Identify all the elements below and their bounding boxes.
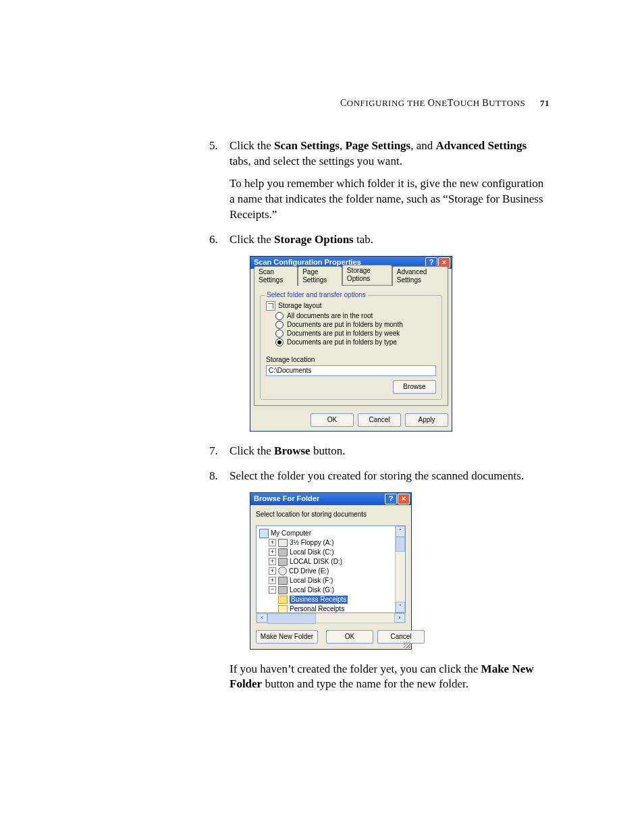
step-7: 7. Click the Browse button. — [209, 444, 550, 459]
folder-icon — [278, 605, 288, 613]
closing-paragraph: If you haven’t created the folder yet, y… — [230, 662, 550, 693]
scroll-thumb[interactable] — [267, 613, 316, 624]
step-6: 6. Click the Storage Options tab. Scan C… — [209, 232, 550, 432]
step-8: 8. Select the folder you created for sto… — [209, 469, 550, 693]
drive-icon — [278, 577, 288, 585]
scan-config-properties-dialog: Scan Configuration Properties ? × Scan S… — [250, 256, 452, 432]
horizontal-scrollbar[interactable]: ‹ › — [256, 613, 406, 623]
dialog-title: Browse For Folder — [254, 494, 319, 503]
page: CONFIGURING THE ONETOUCH BUTTONS 71 5. C… — [0, 0, 644, 834]
my-computer-icon — [259, 529, 269, 538]
storage-layout-icon — [266, 301, 275, 311]
step-5-text: Click the Scan Settings, Page Settings, … — [230, 139, 527, 167]
scroll-down-icon[interactable]: ˅ — [396, 602, 405, 613]
storage-layout-label: Storage layout — [278, 302, 322, 310]
group-legend: Select folder and transfer options — [265, 291, 368, 299]
radio-week[interactable]: Documents are put in folders by week — [275, 330, 436, 338]
step-5: 5. Click the Scan Settings, Page Setting… — [209, 138, 550, 223]
section-title: CONFIGURING THE ONETOUCH BUTTONS — [340, 98, 525, 108]
vertical-scrollbar[interactable]: ˄ ˅ — [395, 526, 405, 613]
scroll-right-icon[interactable]: › — [394, 613, 405, 623]
radio-month[interactable]: Documents are put in folders by month — [275, 321, 436, 329]
expand-icon[interactable]: + — [269, 558, 276, 565]
cancel-button[interactable]: Cancel — [358, 413, 401, 427]
folder-icon — [278, 596, 288, 604]
tab-advanced-settings[interactable]: Advanced Settings — [392, 266, 448, 286]
scroll-thumb[interactable] — [396, 537, 405, 552]
storage-path-input[interactable]: C:\Documents — [266, 365, 436, 376]
scroll-left-icon[interactable]: ‹ — [257, 613, 267, 623]
radio-type[interactable]: Documents are put in folders by type — [275, 338, 436, 346]
browse-button[interactable]: Browse — [393, 380, 436, 394]
selected-folder[interactable]: Business Receipts — [290, 596, 348, 604]
cancel-button[interactable]: Cancel — [377, 630, 425, 644]
browse-for-folder-dialog: Browse For Folder ? × Select location fo… — [250, 492, 412, 650]
step-8-text: Select the folder you created for storin… — [230, 469, 524, 482]
make-new-folder-button[interactable]: Make New Folder — [256, 630, 318, 644]
tab-storage-options[interactable]: Storage Options — [342, 265, 392, 285]
close-icon[interactable]: × — [398, 494, 410, 504]
dialog-subtitle: Select location for storing documents — [256, 511, 406, 519]
ok-button[interactable]: OK — [326, 630, 373, 644]
drive-icon — [278, 586, 288, 594]
ok-button[interactable]: OK — [311, 413, 354, 427]
floppy-icon — [278, 539, 288, 547]
content: 5. Click the Scan Settings, Page Setting… — [209, 138, 550, 702]
drive-icon — [278, 548, 288, 556]
tab-scan-settings[interactable]: Scan Settings — [254, 266, 298, 286]
expand-icon[interactable]: + — [269, 548, 276, 556]
expand-icon[interactable]: + — [269, 539, 276, 546]
cd-icon — [278, 567, 287, 575]
help-icon[interactable]: ? — [385, 494, 397, 504]
scroll-up-icon[interactable]: ˄ — [396, 526, 405, 537]
apply-button[interactable]: Apply — [405, 413, 448, 427]
expand-icon[interactable]: + — [269, 567, 276, 575]
collapse-icon[interactable]: − — [269, 586, 276, 594]
group-folder-transfer: Select folder and transfer options Stora… — [260, 295, 442, 400]
titlebar: Browse For Folder ? × — [250, 493, 411, 505]
step-5-para2: To help you remember which folder it is,… — [230, 176, 550, 223]
page-number: 71 — [540, 98, 549, 108]
storage-location-label: Storage location — [266, 356, 436, 364]
resize-grip-icon[interactable] — [404, 642, 410, 648]
drive-icon — [278, 558, 288, 566]
tab-page-settings[interactable]: Page Settings — [298, 266, 342, 286]
folder-tree[interactable]: My Computer +3½ Floppy (A:) +Local Disk … — [256, 525, 406, 613]
tabs: Scan Settings Page Settings Storage Opti… — [250, 269, 452, 285]
running-header: CONFIGURING THE ONETOUCH BUTTONS 71 — [340, 98, 549, 109]
radio-root[interactable]: All documents are in the root — [275, 312, 436, 320]
expand-icon[interactable]: + — [269, 577, 276, 584]
tab-body: Select folder and transfer options Stora… — [254, 285, 448, 406]
